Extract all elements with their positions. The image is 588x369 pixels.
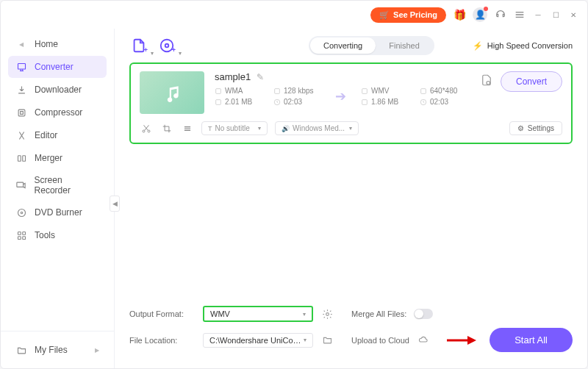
sidebar-item-dvd-burner[interactable]: DVD Burner <box>8 201 107 223</box>
headset-icon[interactable] <box>495 9 506 21</box>
subtitle-icon: T <box>208 125 212 132</box>
compressor-icon <box>15 107 27 118</box>
gift-icon[interactable]: 🎁 <box>453 9 465 21</box>
sidebar-item-tools[interactable]: Tools <box>8 224 107 246</box>
titlebar: 🛒 See Pricing 🎁 👤 ─ ☐ ✕ <box>1 1 587 29</box>
dst-size: 1.86 MB <box>361 98 408 106</box>
output-format-label: Output Format: <box>129 309 196 318</box>
sidebar: ◀ Home Converter Downloader Compressor <box>1 29 115 368</box>
svg-point-24 <box>326 312 329 315</box>
svg-rect-17 <box>362 88 368 93</box>
sidebar-item-label: Tools <box>35 230 55 240</box>
plus-icon: + <box>144 46 148 54</box>
file-row-main: sample1 ✎ WMA 2.01 MB 128 kbps <box>140 71 562 114</box>
add-dvd-button[interactable]: + ▾ <box>157 36 176 55</box>
tab-converting[interactable]: Converting <box>310 37 376 54</box>
cut-icon[interactable] <box>140 122 153 135</box>
app-body: ◀ Home Converter Downloader Compressor <box>1 29 587 368</box>
sidebar-item-home[interactable]: ◀ Home <box>8 33 107 55</box>
svg-point-22 <box>143 130 145 132</box>
format-settings-icon[interactable] <box>320 309 334 320</box>
sidebar-item-editor[interactable]: Editor <box>8 124 107 146</box>
bottom-bar: Output Format: WMV ▾ Merge All Files: Fi… <box>129 301 573 358</box>
svg-point-12 <box>165 44 169 48</box>
chevron-left-icon: ◀ <box>15 38 27 50</box>
convert-button[interactable]: Convert <box>501 71 562 92</box>
user-avatar[interactable]: 👤 <box>473 7 487 22</box>
sidebar-item-label: Merger <box>35 153 62 163</box>
merge-toggle[interactable] <box>414 309 433 319</box>
sidebar-item-label: Converter <box>35 62 74 72</box>
sidebar-collapse-button[interactable]: ◀ <box>110 196 120 212</box>
src-size: 2.01 MB <box>215 98 262 106</box>
svg-rect-0 <box>18 63 25 69</box>
sidebar-item-label: Compressor <box>35 107 82 118</box>
merger-icon <box>15 152 27 164</box>
src-duration: 02:03 <box>273 98 320 106</box>
menu-icon[interactable] <box>514 9 526 21</box>
dst-duration: 02:03 <box>420 98 467 106</box>
crop-icon[interactable] <box>160 122 173 135</box>
output-format-select[interactable]: WMV ▾ <box>203 306 313 322</box>
file-card: sample1 ✎ WMA 2.01 MB 128 kbps <box>129 62 573 144</box>
svg-point-5 <box>18 209 25 216</box>
close-button[interactable]: ✕ <box>568 10 578 20</box>
svg-rect-1 <box>18 110 25 116</box>
file-location-label: File Location: <box>129 336 196 345</box>
plus-icon: + <box>172 46 176 54</box>
edit-name-icon[interactable]: ✎ <box>257 72 264 82</box>
sidebar-item-label: DVD Burner <box>35 207 82 218</box>
sidebar-item-label: Downloader <box>35 85 82 95</box>
arrow-right-icon: ➔ <box>332 88 349 104</box>
file-location-row: File Location: C:\Wondershare UniConvert… <box>129 328 573 352</box>
screen-recorder-icon <box>15 179 27 191</box>
upload-label: Upload to Cloud <box>351 336 409 345</box>
cloud-icon[interactable] <box>417 334 430 345</box>
downloader-icon <box>15 84 27 96</box>
sidebar-item-my-files[interactable]: My Files ▶ <box>8 339 107 361</box>
dvd-icon <box>15 207 27 218</box>
src-bitrate: 128 kbps <box>273 87 320 95</box>
add-file-button[interactable]: + ▾ <box>129 36 148 55</box>
file-thumbnail[interactable] <box>140 71 204 114</box>
audio-dropdown[interactable]: 🔊Windows Med... ▾ <box>275 121 359 135</box>
editor-icon <box>15 129 27 141</box>
svg-rect-14 <box>216 99 221 104</box>
settings-button[interactable]: ⚙ Settings <box>509 121 562 135</box>
caret-down-icon: ▾ <box>349 125 352 132</box>
file-settings-icon[interactable] <box>480 74 493 90</box>
sidebar-item-merger[interactable]: Merger <box>8 147 107 169</box>
gear-icon: ⚙ <box>517 124 524 132</box>
see-pricing-button[interactable]: 🛒 See Pricing <box>370 7 446 23</box>
sidebar-item-converter[interactable]: Converter <box>8 56 107 78</box>
tab-finished[interactable]: Finished <box>376 37 433 54</box>
high-speed-toggle[interactable]: ⚡ High Speed Conversion <box>473 41 573 51</box>
maximize-button[interactable]: ☐ <box>551 10 561 20</box>
sidebar-item-label: Home <box>35 39 58 49</box>
svg-point-23 <box>148 130 150 132</box>
minimize-button[interactable]: ─ <box>533 10 543 20</box>
file-list: sample1 ✎ WMA 2.01 MB 128 kbps <box>129 62 573 301</box>
file-name-row: sample1 ✎ <box>215 71 470 82</box>
caret-down-icon: ▾ <box>303 311 306 318</box>
svg-rect-13 <box>216 88 221 93</box>
more-icon[interactable] <box>181 122 194 135</box>
sidebar-item-compressor[interactable]: Compressor <box>8 101 107 123</box>
app-window: 🛒 See Pricing 🎁 👤 ─ ☐ ✕ ◀ Home Converter <box>0 0 588 369</box>
file-location-select[interactable]: C:\Wondershare UniConverter 1 ▾ <box>203 333 313 348</box>
cart-icon: 🛒 <box>379 10 390 20</box>
sidebar-item-screen-recorder[interactable]: Screen Recorder <box>8 170 107 201</box>
audio-icon: 🔊 <box>282 125 290 132</box>
sidebar-list: ◀ Home Converter Downloader Compressor <box>1 29 114 331</box>
subtitle-dropdown[interactable]: TNo subtitle ▾ <box>201 121 268 135</box>
svg-point-21 <box>487 82 490 85</box>
chevron-right-icon: ▶ <box>95 347 99 354</box>
sidebar-item-downloader[interactable]: Downloader <box>8 79 107 101</box>
open-folder-icon[interactable] <box>320 334 334 345</box>
file-row-tools: TNo subtitle ▾ 🔊Windows Med... ▾ ⚙ Setti… <box>140 121 562 135</box>
dst-format: WMV <box>361 87 408 95</box>
sidebar-bottom: My Files ▶ <box>1 331 114 368</box>
sidebar-item-label: Screen Recorder <box>35 175 99 196</box>
bolt-icon: ⚡ <box>473 41 483 51</box>
start-all-button[interactable]: Start All <box>490 328 573 352</box>
